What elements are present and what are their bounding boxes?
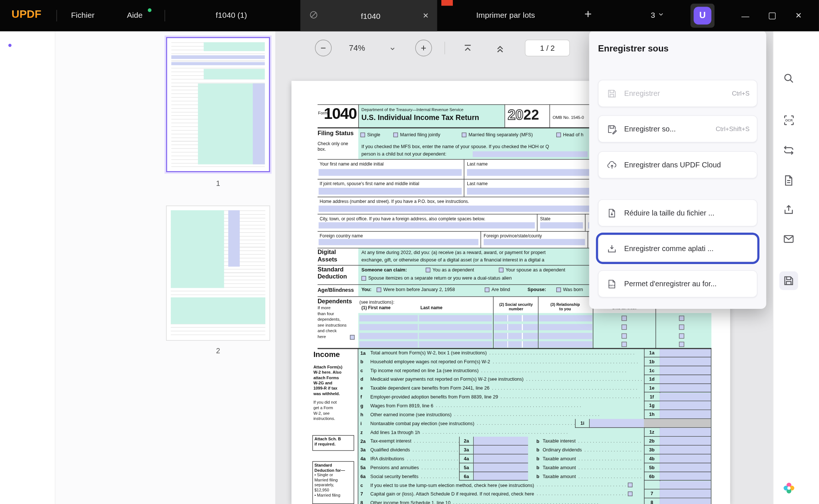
- dependent-ssn-field[interactable]: [494, 324, 538, 330]
- document-count-dropdown[interactable]: 3: [651, 10, 664, 19]
- save-menu-item-4[interactable]: Réduire la taille du fichier ...: [598, 199, 757, 226]
- filing-option[interactable]: Married filing jointly: [393, 131, 440, 138]
- other-dependents-checkbox[interactable]: [679, 333, 684, 338]
- zoom-in-button[interactable]: +: [415, 40, 432, 56]
- compare-tool[interactable]: [779, 141, 798, 160]
- dependent-last-name-field[interactable]: [419, 315, 492, 321]
- amount-field[interactable]: [660, 437, 711, 445]
- document-info-tool[interactable]: [779, 171, 798, 190]
- amount-field[interactable]: [660, 375, 711, 384]
- itemize-checkbox[interactable]: [361, 276, 366, 281]
- tab-close-icon[interactable]: ✕: [423, 11, 429, 20]
- filing-option[interactable]: Head of h: [556, 131, 583, 138]
- form-text-field[interactable]: [319, 222, 535, 228]
- amount-field[interactable]: [590, 419, 644, 428]
- other-dependents-checkbox[interactable]: [679, 316, 684, 321]
- tab-f1040-1[interactable]: f1040 (1): [195, 10, 268, 19]
- dependent-ssn-field[interactable]: [494, 333, 538, 339]
- dependent-relationship-field[interactable]: [539, 341, 593, 348]
- form-text-field[interactable]: [319, 188, 462, 194]
- amount-field[interactable]: [660, 445, 711, 454]
- search-tool[interactable]: [779, 69, 798, 88]
- menu-aide[interactable]: Aide: [127, 10, 142, 19]
- more-dependents-checkbox[interactable]: [350, 335, 355, 340]
- child-tax-credit-checkbox[interactable]: [621, 324, 627, 330]
- zoom-dropdown-icon[interactable]: [389, 45, 396, 54]
- share-tool[interactable]: [779, 200, 798, 219]
- page-indicator-input[interactable]: 1 / 2: [525, 40, 570, 56]
- child-tax-credit-checkbox[interactable]: [621, 342, 627, 347]
- other-dependents-checkbox[interactable]: [679, 342, 684, 347]
- form-checkbox[interactable]: [462, 132, 467, 137]
- page-thumbnail-2[interactable]: [166, 206, 270, 341]
- email-tool[interactable]: [779, 230, 798, 248]
- dependent-last-name-field[interactable]: [419, 341, 492, 348]
- spouse-born-checkbox[interactable]: [556, 287, 561, 292]
- amount-field[interactable]: [474, 472, 528, 481]
- form-checkbox[interactable]: [556, 132, 561, 137]
- amount-field[interactable]: [660, 393, 711, 401]
- amount-field[interactable]: [660, 348, 711, 357]
- dependent-first-name-field[interactable]: [359, 333, 418, 339]
- dependent-ssn-field[interactable]: [494, 341, 538, 348]
- amount-field[interactable]: [474, 437, 528, 445]
- line-checkbox[interactable]: [628, 483, 633, 487]
- other-dependents-checkbox[interactable]: [679, 324, 684, 330]
- window-minimize-button[interactable]: —: [734, 0, 757, 31]
- dependent-first-name-field[interactable]: [359, 324, 418, 330]
- amount-field[interactable]: [660, 401, 711, 410]
- form-text-field[interactable]: [540, 222, 583, 228]
- dependent-first-name-field[interactable]: [359, 315, 418, 321]
- save-menu-item-1[interactable]: EnregistrerCtrl+S: [598, 80, 757, 107]
- form-text-field[interactable]: [473, 151, 588, 157]
- dependent-first-name-field[interactable]: [359, 341, 418, 348]
- filing-option[interactable]: Married filing separately (MFS): [462, 131, 533, 138]
- line-checkbox[interactable]: [628, 491, 633, 496]
- amount-field[interactable]: [660, 463, 711, 472]
- form-text-field[interactable]: [484, 239, 585, 245]
- amount-field[interactable]: [660, 472, 711, 481]
- amount-field[interactable]: [660, 428, 711, 437]
- window-close-button[interactable]: ✕: [787, 0, 810, 31]
- save-menu-item-2[interactable]: Enregistrer so...Ctrl+Shift+S: [598, 115, 757, 142]
- zoom-out-button[interactable]: −: [315, 40, 332, 56]
- page-thumbnail-1[interactable]: [166, 37, 270, 172]
- account-avatar[interactable]: U: [690, 4, 714, 28]
- form-checkbox[interactable]: [393, 132, 398, 137]
- form-text-field[interactable]: [319, 239, 478, 245]
- amount-field[interactable]: [660, 357, 711, 366]
- filing-option[interactable]: Single: [360, 131, 380, 138]
- amount-field[interactable]: [660, 410, 711, 419]
- amount-field[interactable]: [474, 445, 528, 454]
- amount-field[interactable]: [660, 366, 711, 375]
- menu-fichier[interactable]: Fichier: [71, 10, 94, 19]
- previous-page-button[interactable]: [494, 42, 506, 55]
- dependent-relationship-field[interactable]: [539, 324, 593, 330]
- dependent-relationship-field[interactable]: [539, 333, 593, 339]
- amount-field[interactable]: [660, 454, 711, 463]
- blind-checkbox[interactable]: [485, 287, 490, 292]
- save-menu-item-3[interactable]: Enregistrer dans UPDF Cloud: [598, 151, 757, 178]
- born-before-checkbox[interactable]: [377, 287, 381, 292]
- form-text-field[interactable]: [319, 169, 462, 176]
- amount-field[interactable]: [660, 498, 711, 504]
- claim-you-checkbox[interactable]: [426, 268, 431, 273]
- child-tax-credit-checkbox[interactable]: [621, 333, 627, 338]
- dependent-relationship-field[interactable]: [539, 315, 593, 321]
- go-first-page-button[interactable]: [461, 42, 474, 55]
- batch-print-button[interactable]: Imprimer par lots: [467, 10, 545, 19]
- ai-assistant-icon[interactable]: [779, 478, 798, 497]
- add-tab-button[interactable]: +: [584, 7, 592, 21]
- dependent-last-name-field[interactable]: [419, 324, 492, 330]
- child-tax-credit-checkbox[interactable]: [621, 316, 627, 321]
- amount-field[interactable]: [660, 490, 711, 498]
- tab-f1040-active[interactable]: f1040 ✕: [300, 0, 437, 31]
- save-tool[interactable]: [779, 271, 798, 290]
- dependent-ssn-field[interactable]: [494, 315, 538, 321]
- dependent-last-name-field[interactable]: [419, 333, 492, 339]
- save-menu-item-6[interactable]: PDF/APermet d'enregistrer au for...: [598, 270, 757, 297]
- claim-spouse-checkbox[interactable]: [499, 268, 504, 273]
- form-checkbox[interactable]: [360, 132, 365, 137]
- amount-field[interactable]: [474, 463, 528, 472]
- save-menu-item-5[interactable]: Enregistrer comme aplati ...: [598, 235, 757, 262]
